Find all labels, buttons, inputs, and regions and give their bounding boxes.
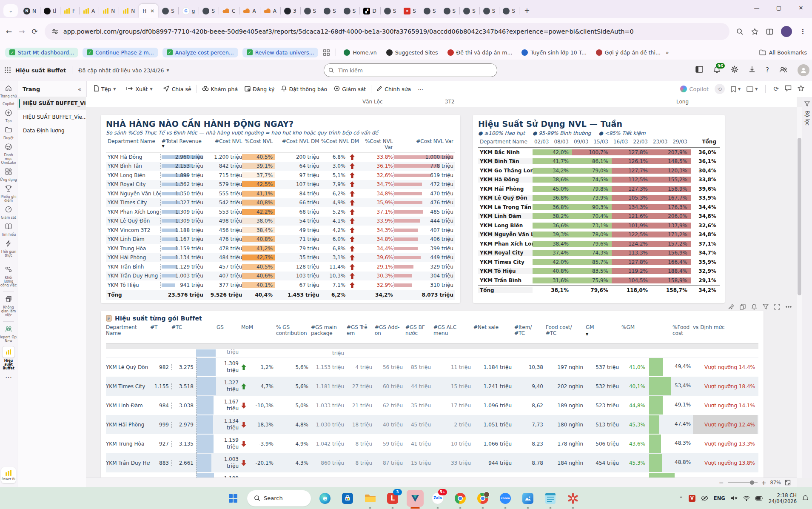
table-row[interactable]: YKM Hải Phòng 1.134 triệu 484 triệu 42,7…: [106, 253, 455, 263]
table-row[interactable]: YKM Times City 1.155 3.518 1.327 triệu 4…: [106, 377, 758, 396]
page-item[interactable]: HIỆU SUẤT BUFFET_Vie...: [17, 110, 86, 124]
powerbi-search[interactable]: [324, 63, 497, 77]
matrix-row[interactable]: YKM Lê Quý Đôn 36,8%73,9%105,3%167,7% 33…: [478, 194, 720, 203]
matrix-row[interactable]: YKM Go Thăng Long 34,2%79,0%127,7%120,3%…: [478, 166, 720, 175]
bookmark-item[interactable]: Home.vn: [344, 49, 376, 56]
app-launcher-icon[interactable]: [4, 67, 11, 74]
table-row[interactable]: YKM Lê Quý Đôn 982 3.275 1.309 triệu 1,2…: [106, 357, 758, 377]
toolbar-explore-button[interactable]: Khám phá: [199, 83, 241, 94]
more-icon[interactable]: [786, 304, 792, 310]
browser-tab[interactable]: ≡S: [400, 4, 420, 18]
matrix-row[interactable]: YKM Times City 42,0%85,7%127,8%166,4% 35…: [478, 257, 720, 267]
browser-tab[interactable]: tl: [40, 4, 60, 18]
browser-tab[interactable]: NN: [20, 4, 40, 18]
table-row[interactable]: YKM Linh Đàm 984 3.038 1.167 triệu -10,3…: [106, 396, 758, 415]
tray-chevron-up-icon[interactable]: ⌃: [679, 495, 683, 501]
taskbar-app-notes[interactable]: [542, 490, 559, 507]
taskbar-app-flower[interactable]: [564, 490, 581, 507]
tab-search-button[interactable]: ⌄: [3, 4, 18, 17]
browser-tab[interactable]: F: [60, 4, 79, 18]
fit-to-page-icon[interactable]: [785, 480, 791, 486]
matrix-row[interactable]: YKM Royal City 37,4%74,3%113,3%156,9% 34…: [478, 249, 720, 258]
bookmark-item[interactable]: ✓Start Mt dashboard...: [5, 48, 78, 57]
matrix-row[interactable]: YKM Hải Phòng 45,0%79,8%127,3%158,9% 39,…: [478, 184, 720, 194]
table-row[interactable]: YKM Trần Duy Hưng 883 2.661 1.003 triệu …: [106, 453, 758, 472]
taskbar-app-vapp[interactable]: [407, 490, 424, 507]
browser-tab[interactable]: 3: [280, 4, 300, 18]
nav-item-report[interactable]: Hiệu suất Buffet: [0, 346, 17, 370]
data-updated-label[interactable]: Đã cập nhật dữ liệu vào 23/4/26▼: [78, 67, 169, 74]
nav-item-create[interactable]: Tạo: [0, 109, 17, 123]
table-row[interactable]: YKM Trần Duy Hưng 1.003 triệu 407 triệu …: [106, 272, 455, 281]
search-input[interactable]: [337, 67, 493, 74]
refresh-visuals-icon[interactable]: ⟳: [773, 85, 779, 93]
toolbar-share-button[interactable]: Chia sẻ: [160, 83, 195, 94]
matrix-row[interactable]: YKM Bình Tân 41,7%86,1%126,1%148,5% 36,1…: [478, 157, 720, 166]
bookmark-item[interactable]: ✓Review data univers...: [242, 48, 319, 57]
browser-tab[interactable]: S: [158, 4, 178, 18]
site-settings-icon[interactable]: [51, 28, 58, 35]
browser-tab[interactable]: A: [79, 4, 99, 18]
toolbar-alert-button[interactable]: Đặt thông báo: [278, 83, 330, 94]
nav-item-copilot[interactable]: Copilot: [0, 101, 17, 106]
matrix-row[interactable]: YKM Bắc Ninh 42,0%100,7%127,8%207,9% 36,…: [478, 148, 720, 157]
taskbar-app-edge[interactable]: e: [316, 490, 333, 507]
browser-tab[interactable]: ▞D: [359, 4, 380, 18]
table-row[interactable]: YKM Phan Xích Long 1.309 triệu 553 triệu…: [106, 207, 455, 217]
battery-icon[interactable]: [755, 496, 763, 500]
close-tab-icon[interactable]: ✕: [150, 8, 154, 14]
nav-item-apps[interactable]: Ứng dụng: [0, 168, 17, 182]
start-button[interactable]: [225, 490, 242, 507]
browser-tab[interactable]: C: [219, 4, 239, 18]
toolbar-monitor-button[interactable]: Giám sát: [330, 83, 369, 94]
bookmark-item[interactable]: Đề thi và đáp án m...: [447, 49, 513, 56]
matrix-row[interactable]: YKM Hà Đông 38,6%74,5%112,5%155,2% 33,8%: [478, 175, 720, 185]
browser-tab[interactable]: A: [260, 4, 280, 18]
browser-tab[interactable]: S: [479, 4, 499, 18]
taskbar-search[interactable]: Search: [247, 490, 311, 506]
toolbar-file-button[interactable]: Tệp▼: [90, 83, 119, 94]
notifications-bell-icon[interactable]: 96: [713, 66, 721, 75]
table-row[interactable]: YKM Times City 1.327 triệu 542 triệu 40,…: [106, 198, 455, 208]
settings-gear-icon[interactable]: [731, 66, 738, 75]
browser-tab[interactable]: Gg: [178, 4, 199, 18]
filter-icon[interactable]: [763, 304, 769, 310]
matrix-row[interactable]: YKM Linh Đàm 38,2%70,4%121,6%206,0% 34,8…: [478, 212, 720, 221]
tray-hidden-eye-icon[interactable]: [701, 495, 708, 501]
zoom-out-icon[interactable]: −: [719, 479, 724, 486]
wifi-icon[interactable]: [743, 496, 750, 501]
download-icon[interactable]: [749, 66, 755, 74]
table-row[interactable]: YKM Lê Quý Đôn 1.309 triệu 498 triệu 38,…: [106, 217, 455, 226]
clock[interactable]: 2:18 CH24/04/2026: [769, 492, 797, 504]
forward-button[interactable]: →: [19, 27, 25, 36]
browser-tab[interactable]: S: [459, 4, 479, 18]
user-avatar[interactable]: [798, 64, 809, 76]
browser-tab[interactable]: S: [320, 4, 340, 18]
nav-item-learn[interactable]: Tìm hiểu: [0, 223, 17, 237]
zoom-slider[interactable]: [728, 482, 758, 483]
more-options-button[interactable]: ⋯: [414, 83, 427, 94]
scrollbar-thumb[interactable]: [798, 138, 801, 295]
browser-tab[interactable]: S: [300, 4, 320, 18]
bookmark-item[interactable]: ✓Analyze cost percen...: [162, 48, 238, 57]
nav-item-people[interactable]: Report_Ops New: [0, 325, 17, 343]
browser-menu-icon[interactable]: ⋮: [800, 28, 806, 35]
volume-muted-icon[interactable]: [731, 495, 738, 501]
people-icon[interactable]: [779, 66, 787, 74]
nav-item-home[interactable]: Trang chủ: [0, 84, 17, 98]
matrix-row[interactable]: YKM Long Biên 36,6%73,1%101,9%137,9% 32,…: [478, 221, 720, 230]
alert-icon[interactable]: [751, 304, 757, 310]
taskbar-app-folder[interactable]: [362, 490, 379, 507]
nav-item-workspace[interactable]: Không gian làm việc: [0, 295, 17, 317]
report-title[interactable]: Hiệu suất Buffet: [15, 67, 66, 74]
side-pane-icon[interactable]: [695, 66, 703, 74]
taskbar-app-lapp[interactable]: L3: [384, 490, 401, 507]
minimize-button[interactable]: —: [746, 5, 768, 11]
back-button[interactable]: ←: [6, 27, 12, 36]
table-row[interactable]: YKM Tô Hiệu 941 triệu 377 triệu 40,1% 67…: [106, 280, 455, 290]
table-row[interactable]: YKM Trần Bình 1.129 triệu 457 triệu 40,5…: [106, 262, 455, 272]
browser-profile-avatar[interactable]: [781, 26, 792, 37]
taskbar-app-zoom[interactable]: zoom: [497, 490, 514, 507]
split-screen-icon[interactable]: [766, 28, 773, 35]
table-row[interactable]: YKM Hà Đông 2.960 triệu 1.200 triệu 40,5…: [106, 152, 455, 162]
